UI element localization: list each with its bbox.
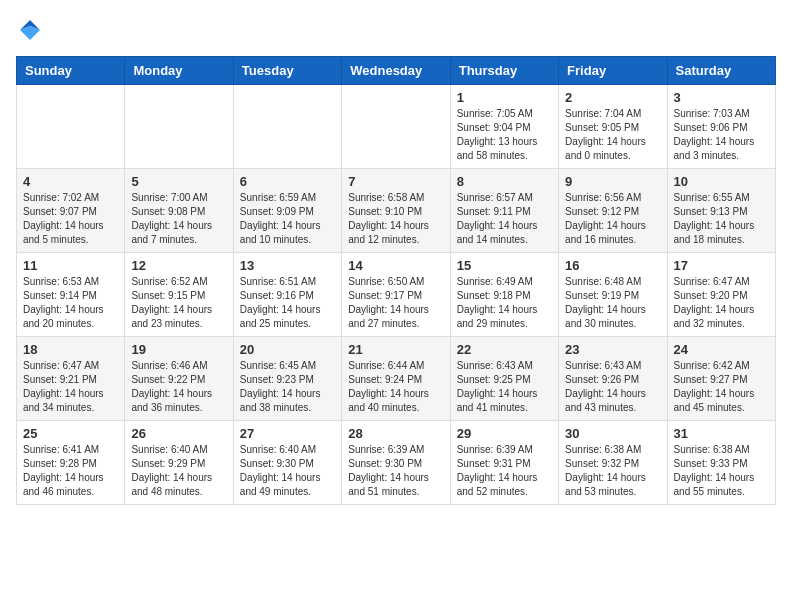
day-number: 26 [131,426,226,441]
calendar-cell: 3Sunrise: 7:03 AM Sunset: 9:06 PM Daylig… [667,85,775,169]
calendar-cell [233,85,341,169]
day-header-wednesday: Wednesday [342,57,450,85]
day-info: Sunrise: 6:52 AM Sunset: 9:15 PM Dayligh… [131,275,226,331]
day-number: 31 [674,426,769,441]
calendar-cell: 10Sunrise: 6:55 AM Sunset: 9:13 PM Dayli… [667,169,775,253]
day-header-sunday: Sunday [17,57,125,85]
day-number: 12 [131,258,226,273]
day-info: Sunrise: 7:03 AM Sunset: 9:06 PM Dayligh… [674,107,769,163]
day-header-monday: Monday [125,57,233,85]
day-number: 3 [674,90,769,105]
day-info: Sunrise: 7:02 AM Sunset: 9:07 PM Dayligh… [23,191,118,247]
day-number: 22 [457,342,552,357]
day-info: Sunrise: 6:41 AM Sunset: 9:28 PM Dayligh… [23,443,118,499]
calendar-cell: 7Sunrise: 6:58 AM Sunset: 9:10 PM Daylig… [342,169,450,253]
calendar-cell: 18Sunrise: 6:47 AM Sunset: 9:21 PM Dayli… [17,337,125,421]
calendar-cell: 31Sunrise: 6:38 AM Sunset: 9:33 PM Dayli… [667,421,775,505]
day-info: Sunrise: 6:56 AM Sunset: 9:12 PM Dayligh… [565,191,660,247]
calendar-cell: 15Sunrise: 6:49 AM Sunset: 9:18 PM Dayli… [450,253,558,337]
day-info: Sunrise: 6:40 AM Sunset: 9:29 PM Dayligh… [131,443,226,499]
day-number: 29 [457,426,552,441]
day-info: Sunrise: 6:59 AM Sunset: 9:09 PM Dayligh… [240,191,335,247]
calendar-cell: 13Sunrise: 6:51 AM Sunset: 9:16 PM Dayli… [233,253,341,337]
day-number: 16 [565,258,660,273]
day-number: 18 [23,342,118,357]
day-info: Sunrise: 7:04 AM Sunset: 9:05 PM Dayligh… [565,107,660,163]
day-header-thursday: Thursday [450,57,558,85]
day-number: 1 [457,90,552,105]
calendar-cell: 24Sunrise: 6:42 AM Sunset: 9:27 PM Dayli… [667,337,775,421]
day-number: 9 [565,174,660,189]
day-number: 30 [565,426,660,441]
day-info: Sunrise: 6:43 AM Sunset: 9:26 PM Dayligh… [565,359,660,415]
day-info: Sunrise: 6:38 AM Sunset: 9:32 PM Dayligh… [565,443,660,499]
calendar-cell: 25Sunrise: 6:41 AM Sunset: 9:28 PM Dayli… [17,421,125,505]
day-info: Sunrise: 6:58 AM Sunset: 9:10 PM Dayligh… [348,191,443,247]
calendar-cell: 22Sunrise: 6:43 AM Sunset: 9:25 PM Dayli… [450,337,558,421]
calendar-cell: 29Sunrise: 6:39 AM Sunset: 9:31 PM Dayli… [450,421,558,505]
day-info: Sunrise: 6:44 AM Sunset: 9:24 PM Dayligh… [348,359,443,415]
calendar-cell: 20Sunrise: 6:45 AM Sunset: 9:23 PM Dayli… [233,337,341,421]
day-header-saturday: Saturday [667,57,775,85]
calendar-cell: 14Sunrise: 6:50 AM Sunset: 9:17 PM Dayli… [342,253,450,337]
day-info: Sunrise: 6:51 AM Sunset: 9:16 PM Dayligh… [240,275,335,331]
calendar-cell: 21Sunrise: 6:44 AM Sunset: 9:24 PM Dayli… [342,337,450,421]
calendar: SundayMondayTuesdayWednesdayThursdayFrid… [16,56,776,505]
calendar-cell [125,85,233,169]
day-info: Sunrise: 6:38 AM Sunset: 9:33 PM Dayligh… [674,443,769,499]
logo [16,16,48,44]
day-info: Sunrise: 6:39 AM Sunset: 9:30 PM Dayligh… [348,443,443,499]
day-info: Sunrise: 6:47 AM Sunset: 9:21 PM Dayligh… [23,359,118,415]
day-number: 5 [131,174,226,189]
day-info: Sunrise: 7:05 AM Sunset: 9:04 PM Dayligh… [457,107,552,163]
calendar-cell: 11Sunrise: 6:53 AM Sunset: 9:14 PM Dayli… [17,253,125,337]
day-number: 21 [348,342,443,357]
calendar-cell: 27Sunrise: 6:40 AM Sunset: 9:30 PM Dayli… [233,421,341,505]
day-number: 17 [674,258,769,273]
calendar-cell: 8Sunrise: 6:57 AM Sunset: 9:11 PM Daylig… [450,169,558,253]
calendar-cell: 19Sunrise: 6:46 AM Sunset: 9:22 PM Dayli… [125,337,233,421]
day-info: Sunrise: 6:48 AM Sunset: 9:19 PM Dayligh… [565,275,660,331]
day-number: 27 [240,426,335,441]
day-header-tuesday: Tuesday [233,57,341,85]
day-number: 14 [348,258,443,273]
day-number: 2 [565,90,660,105]
day-info: Sunrise: 6:50 AM Sunset: 9:17 PM Dayligh… [348,275,443,331]
day-number: 20 [240,342,335,357]
logo-icon [16,16,44,44]
day-number: 28 [348,426,443,441]
day-info: Sunrise: 7:00 AM Sunset: 9:08 PM Dayligh… [131,191,226,247]
day-info: Sunrise: 6:45 AM Sunset: 9:23 PM Dayligh… [240,359,335,415]
day-number: 24 [674,342,769,357]
day-number: 6 [240,174,335,189]
day-info: Sunrise: 6:46 AM Sunset: 9:22 PM Dayligh… [131,359,226,415]
day-number: 19 [131,342,226,357]
day-info: Sunrise: 6:47 AM Sunset: 9:20 PM Dayligh… [674,275,769,331]
day-info: Sunrise: 6:40 AM Sunset: 9:30 PM Dayligh… [240,443,335,499]
calendar-cell: 1Sunrise: 7:05 AM Sunset: 9:04 PM Daylig… [450,85,558,169]
calendar-cell: 12Sunrise: 6:52 AM Sunset: 9:15 PM Dayli… [125,253,233,337]
calendar-cell: 23Sunrise: 6:43 AM Sunset: 9:26 PM Dayli… [559,337,667,421]
calendar-cell [17,85,125,169]
day-number: 10 [674,174,769,189]
day-info: Sunrise: 6:53 AM Sunset: 9:14 PM Dayligh… [23,275,118,331]
calendar-week-4: 18Sunrise: 6:47 AM Sunset: 9:21 PM Dayli… [17,337,776,421]
calendar-cell: 9Sunrise: 6:56 AM Sunset: 9:12 PM Daylig… [559,169,667,253]
header [16,16,776,44]
day-number: 23 [565,342,660,357]
day-number: 11 [23,258,118,273]
calendar-cell: 17Sunrise: 6:47 AM Sunset: 9:20 PM Dayli… [667,253,775,337]
calendar-cell [342,85,450,169]
calendar-cell: 26Sunrise: 6:40 AM Sunset: 9:29 PM Dayli… [125,421,233,505]
day-number: 15 [457,258,552,273]
calendar-header-row: SundayMondayTuesdayWednesdayThursdayFrid… [17,57,776,85]
day-info: Sunrise: 6:57 AM Sunset: 9:11 PM Dayligh… [457,191,552,247]
calendar-week-5: 25Sunrise: 6:41 AM Sunset: 9:28 PM Dayli… [17,421,776,505]
calendar-week-1: 1Sunrise: 7:05 AM Sunset: 9:04 PM Daylig… [17,85,776,169]
calendar-cell: 5Sunrise: 7:00 AM Sunset: 9:08 PM Daylig… [125,169,233,253]
calendar-cell: 30Sunrise: 6:38 AM Sunset: 9:32 PM Dayli… [559,421,667,505]
day-number: 13 [240,258,335,273]
day-number: 25 [23,426,118,441]
calendar-week-3: 11Sunrise: 6:53 AM Sunset: 9:14 PM Dayli… [17,253,776,337]
calendar-cell: 4Sunrise: 7:02 AM Sunset: 9:07 PM Daylig… [17,169,125,253]
